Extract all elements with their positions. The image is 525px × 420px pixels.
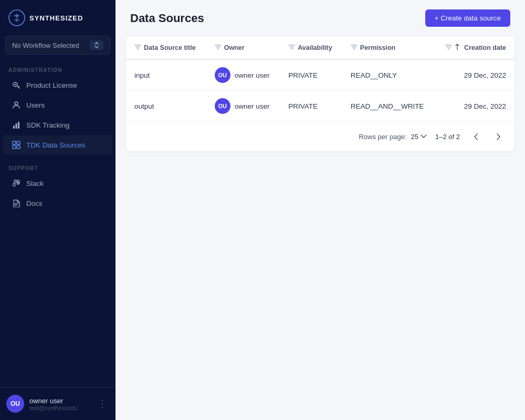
page-range: 1–2 of 2 (435, 133, 460, 141)
table-row[interactable]: input OU owner user PRIVATE READ__ONLY 2… (126, 59, 514, 91)
rows-per-page: Rows per page: 25 (359, 133, 427, 141)
rows-per-page-select[interactable]: 25 (411, 133, 427, 141)
cell-owner: OU owner user (206, 91, 280, 122)
create-data-source-button[interactable]: + Create data source (425, 9, 510, 27)
filter-icon-permission[interactable] (351, 44, 358, 51)
rows-per-page-label: Rows per page: (359, 133, 406, 141)
cell-creation-date: 29 Dec, 2022 (435, 91, 514, 122)
workflow-arrows-icon (90, 40, 103, 50)
workflow-label: No Workflow Selected (12, 41, 79, 49)
per-page-value: 25 (411, 133, 418, 141)
sidebar-item-docs[interactable]: Docs (3, 194, 112, 213)
col-header-owner: Owner (206, 36, 280, 59)
row-avatar: OU (215, 67, 230, 83)
admin-section-label: ADMINISTRATION (0, 63, 116, 75)
synthesized-logo-icon (8, 9, 25, 26)
sidebar-item-label: Product License (26, 81, 77, 89)
cell-owner: OU owner user (206, 59, 280, 91)
main-content: Data Sources + Create data source (116, 0, 525, 420)
sidebar-item-label: TDK Data Sources (26, 141, 86, 149)
cell-availability: PRIVATE (280, 91, 342, 122)
svg-point-4 (15, 102, 18, 105)
prev-page-button[interactable] (468, 129, 483, 144)
sidebar-item-tdk-data-sources[interactable]: TDK Data Sources (3, 135, 112, 154)
chart-icon (12, 120, 21, 130)
user-icon (12, 100, 21, 110)
data-sources-table-container: Data Source title (126, 36, 514, 151)
svg-rect-10 (13, 145, 16, 149)
sidebar-item-label: Slack (26, 180, 44, 187)
cell-title: input (126, 59, 206, 91)
avatar: OU (6, 395, 24, 413)
cell-availability: PRIVATE (280, 59, 342, 91)
data-sources-icon (12, 140, 21, 150)
sidebar-user: OU owner user test@synthesized.i ⋮ (0, 387, 116, 420)
sidebar-item-label: Users (26, 101, 45, 109)
page-header: Data Sources + Create data source (116, 0, 525, 36)
svg-point-3 (15, 84, 16, 86)
sidebar-item-slack[interactable]: Slack (3, 174, 112, 193)
data-sources-table: Data Source title (126, 36, 514, 121)
col-header-creation-date: Creation date (435, 36, 514, 59)
cell-permission: READ__ONLY (342, 59, 435, 91)
svg-rect-6 (16, 123, 17, 129)
sidebar-item-users[interactable]: Users (3, 96, 112, 114)
user-menu-button[interactable]: ⋮ (96, 397, 109, 411)
cell-creation-date: 29 Dec, 2022 (435, 59, 514, 91)
user-email: test@synthesized.i (29, 405, 90, 411)
support-section-label: SUPPORT (0, 161, 116, 173)
sidebar-logo: SYNTHESIZED (0, 0, 116, 36)
slack-icon (12, 178, 21, 188)
row-avatar: OU (215, 98, 230, 114)
user-info: owner user test@synthesized.i (29, 397, 90, 411)
workflow-selector[interactable]: No Workflow Selected (5, 36, 110, 55)
table-row[interactable]: output OU owner user PRIVATE READ__AND__… (126, 91, 514, 122)
svg-rect-8 (13, 141, 16, 144)
docs-icon (12, 198, 21, 208)
key-icon (12, 80, 21, 90)
svg-rect-5 (13, 125, 15, 129)
filter-icon-availability[interactable] (288, 44, 295, 51)
filter-icon-owner[interactable] (215, 44, 222, 51)
col-header-permission: Permission (342, 36, 435, 59)
sort-icon-date[interactable] (455, 44, 460, 51)
filter-icon-title[interactable] (134, 44, 141, 51)
table-header-row: Data Source title (126, 36, 514, 59)
pagination: Rows per page: 25 1–2 of 2 (126, 121, 514, 151)
table-body: input OU owner user PRIVATE READ__ONLY 2… (126, 59, 514, 121)
sidebar-item-product-license[interactable]: Product License (3, 76, 112, 94)
cell-title: output (126, 91, 206, 122)
svg-rect-7 (18, 122, 19, 129)
owner-name: owner user (235, 71, 270, 79)
cell-permission: READ__AND__WRITE (342, 91, 435, 122)
svg-rect-11 (17, 145, 20, 149)
user-name: owner user (29, 397, 90, 405)
owner-name: owner user (235, 102, 270, 110)
next-page-button[interactable] (491, 129, 506, 144)
svg-rect-9 (17, 141, 20, 144)
page-title: Data Sources (130, 12, 204, 25)
filter-icon-date[interactable] (445, 44, 452, 51)
col-header-availability: Availability (280, 36, 342, 59)
sidebar: SYNTHESIZED No Workflow Selected ADMINIS… (0, 0, 116, 420)
sidebar-item-sdk-tracking[interactable]: SDK Tracking (3, 116, 112, 134)
col-header-title: Data Source title (126, 36, 206, 59)
logo-text: SYNTHESIZED (29, 14, 83, 22)
sidebar-item-label: Docs (26, 200, 43, 207)
sidebar-item-label: SDK Tracking (26, 121, 70, 129)
